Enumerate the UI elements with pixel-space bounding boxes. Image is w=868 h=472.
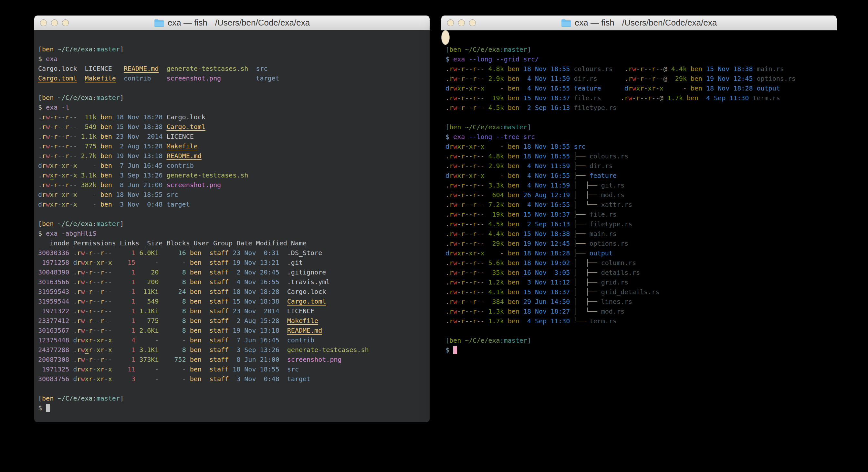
text-segment <box>112 152 116 160</box>
text-segment: ben <box>508 172 520 179</box>
text-segment: 8 <box>162 326 186 334</box>
permission-char: r <box>65 191 69 199</box>
text-segment: 4.5k <box>489 104 504 112</box>
permission-char: x <box>50 171 54 179</box>
permission-char: x <box>648 84 652 92</box>
permission-char: - <box>469 317 473 325</box>
close-button[interactable] <box>447 20 454 26</box>
minimize-button[interactable] <box>458 20 465 26</box>
terminal-line: drwxr-xr-x - ben 3 Nov 0:48 target <box>38 200 426 209</box>
text-segment <box>159 317 162 325</box>
permission-char: . <box>73 249 77 257</box>
minimize-button[interactable] <box>51 20 58 26</box>
permission-char: r <box>636 94 640 102</box>
text-segment: $ <box>445 133 453 141</box>
right-terminal-output[interactable]: [ben ~/C/e/exa:master]$ exa --long --gri… <box>441 30 450 45</box>
text-segment: 4 Sep 11:30 <box>702 94 749 102</box>
text-segment: 15 Nov 18:38 <box>706 65 753 73</box>
left-titlebar[interactable]: exa — fish/Users/ben/Code/exa/exa <box>34 16 430 30</box>
text-segment: ] <box>120 45 124 53</box>
text-segment <box>97 191 100 199</box>
close-button[interactable] <box>40 20 47 26</box>
text-segment: ben <box>42 220 54 228</box>
text-segment: target <box>287 375 310 383</box>
text-segment: 19 Nov 13:18 <box>116 152 163 160</box>
text-segment <box>186 317 190 325</box>
text-segment <box>186 278 190 286</box>
text-segment: │ ├── <box>574 181 601 189</box>
text-segment: 4.8k <box>489 65 504 73</box>
permission-char: r <box>89 259 93 266</box>
zoom-button[interactable] <box>62 20 69 26</box>
text-segment: 4 Sep 11:30 <box>523 317 570 325</box>
text-segment: ben <box>100 171 112 179</box>
text-segment <box>504 269 508 276</box>
permission-char: w <box>453 75 457 83</box>
permission-char: - <box>457 220 461 228</box>
right-titlebar[interactable]: exa — fish/Users/ben/Code/exa/exa <box>441 16 837 30</box>
permission-char: r <box>461 249 465 257</box>
permission-char: - <box>108 268 112 276</box>
text-segment: 4.4k <box>671 65 687 73</box>
text-segment: 8 Jun 21:00 <box>232 356 279 363</box>
permission-char: - <box>465 152 469 160</box>
text-segment <box>162 152 166 160</box>
permission-char: - <box>476 162 480 170</box>
text-segment <box>504 240 508 247</box>
text-segment <box>279 317 287 325</box>
text-segment: Cargo.toml <box>287 297 326 305</box>
text-segment: ~/C/e/exa <box>465 46 500 53</box>
permission-char: - <box>104 326 108 334</box>
permission-char: r <box>89 249 93 257</box>
text-segment <box>232 239 237 247</box>
text-segment <box>112 123 116 130</box>
text-segment: ben <box>100 113 112 121</box>
permission-char: - <box>104 375 108 383</box>
permission-char: - <box>69 152 73 160</box>
text-segment: exa <box>453 55 465 63</box>
permission-char: r <box>42 113 46 121</box>
text-segment <box>77 161 81 169</box>
permission-char: - <box>480 201 484 208</box>
text-segment: 2 Aug 15:28 <box>116 142 163 150</box>
permission-char: r <box>77 268 81 276</box>
text-segment: ] <box>527 336 531 344</box>
text-segment <box>570 317 574 325</box>
left-terminal-output[interactable]: [ben ~/C/e/exa:master]$ exaCargo.lock LI… <box>34 30 430 422</box>
text-segment: ~/C/e/exa <box>465 123 500 131</box>
permission-char: - <box>476 307 480 315</box>
permission-char: - <box>476 259 480 267</box>
permission-char: - <box>108 317 112 325</box>
right-terminal-window: exa — fish/Users/ben/Code/exa/exa [ben ~… <box>441 16 837 422</box>
permission-char: r <box>450 278 453 286</box>
permission-char: w <box>453 181 457 189</box>
text-segment <box>504 288 508 296</box>
text-segment: ben <box>100 181 112 189</box>
text-segment: dir.rs <box>574 75 597 83</box>
permission-char: - <box>61 113 65 121</box>
terminal-line: 12375448 drwxr-xr-x 4 - - ben staff 7 Ju… <box>38 335 426 345</box>
text-segment <box>504 298 508 305</box>
zoom-button[interactable] <box>469 20 476 26</box>
terminal-line: [ben ~/C/e/exa:master] <box>38 219 426 229</box>
text-segment <box>570 84 574 92</box>
text-segment <box>69 268 73 276</box>
permission-char: - <box>104 356 108 363</box>
text-segment: ben <box>508 181 520 189</box>
text-segment: 1 <box>116 249 135 257</box>
permission-char: r <box>100 326 104 334</box>
permission-char: - <box>648 65 652 73</box>
permission-char: - <box>104 249 108 257</box>
permission-char: w <box>453 172 457 179</box>
permission-char: - <box>469 75 473 83</box>
permission-char: - <box>457 162 461 170</box>
permission-char: - <box>476 278 480 286</box>
text-segment <box>229 317 232 325</box>
permission-char: r <box>473 84 476 92</box>
text-segment <box>597 75 624 83</box>
text-segment: grid.rs <box>601 278 628 286</box>
permission-char: - <box>469 220 473 228</box>
text-segment: : <box>500 336 504 344</box>
permission-char: r <box>461 230 465 238</box>
text-segment: 3 Sep 13:26 <box>116 171 163 179</box>
